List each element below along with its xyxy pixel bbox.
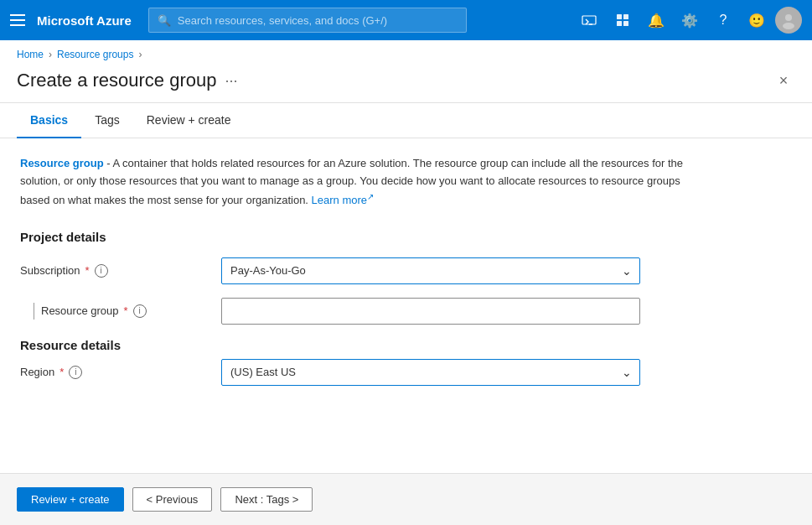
breadcrumb-home[interactable]: Home: [17, 49, 44, 60]
cloud-shell-icon[interactable]: [574, 5, 604, 35]
form-area: Resource group - A container that holds …: [0, 138, 812, 473]
help-icon[interactable]: ?: [708, 5, 738, 35]
description-highlight: Resource group: [20, 157, 104, 169]
region-row: Region * i (US) East US (US) East US 2 (…: [20, 359, 792, 386]
search-icon: 🔍: [158, 14, 171, 27]
svg-point-7: [783, 23, 794, 29]
resource-group-info-icon[interactable]: i: [133, 304, 147, 318]
region-select-wrapper: (US) East US (US) East US 2 (US) West US…: [221, 359, 640, 386]
svg-rect-4: [617, 21, 622, 26]
bottom-bar: Review + create < Previous Next : Tags >: [0, 473, 812, 525]
more-options-button[interactable]: ···: [225, 72, 237, 90]
settings-icon[interactable]: ⚙️: [675, 5, 705, 35]
breadcrumb-resource-groups[interactable]: Resource groups: [57, 49, 133, 60]
svg-rect-3: [623, 14, 628, 19]
region-required: *: [59, 366, 64, 378]
breadcrumb-sep1: ›: [49, 49, 52, 60]
avatar[interactable]: [775, 7, 802, 34]
project-details-title: Project details: [20, 230, 792, 244]
tabs: Basics Tags Review + create: [0, 103, 812, 138]
svg-point-6: [785, 14, 792, 21]
review-create-button[interactable]: Review + create: [17, 487, 124, 512]
svg-rect-2: [617, 14, 622, 19]
topnav: Microsoft Azure 🔍 🔔 ⚙️ ? 🙂: [0, 0, 812, 40]
feedback-icon[interactable]: 🙂: [742, 5, 772, 35]
resource-details-title: Resource details: [20, 338, 792, 352]
search-input[interactable]: [178, 14, 458, 27]
region-field-wrap: (US) East US (US) East US 2 (US) West US…: [221, 359, 640, 386]
subscription-info-icon[interactable]: i: [95, 264, 108, 278]
notification-icon[interactable]: 🔔: [641, 5, 671, 35]
resource-group-required: *: [124, 304, 128, 317]
tab-basics[interactable]: Basics: [17, 103, 81, 138]
previous-button[interactable]: < Previous: [132, 487, 213, 512]
subscription-select[interactable]: Pay-As-You-Go Free Trial Enterprise Agre…: [221, 257, 640, 284]
resource-group-row: Resource group * i: [20, 298, 792, 325]
breadcrumb-sep2: ›: [138, 49, 142, 60]
svg-rect-5: [623, 21, 628, 26]
rg-indent-line: [34, 303, 34, 320]
subscription-row: Subscription * i Pay-As-You-Go Free Tria…: [20, 257, 792, 284]
topnav-icons: 🔔 ⚙️ ? 🙂: [574, 5, 802, 35]
region-select[interactable]: (US) East US (US) East US 2 (US) West US…: [221, 359, 640, 386]
close-button[interactable]: ×: [772, 69, 795, 92]
resource-group-label: Resource group * i: [41, 304, 147, 318]
tab-review-create[interactable]: Review + create: [133, 103, 245, 138]
resource-group-input[interactable]: [221, 298, 640, 325]
subscription-select-wrapper: Pay-As-You-Go Free Trial Enterprise Agre…: [221, 257, 640, 284]
main-content: Home › Resource groups › Create a resour…: [0, 40, 812, 525]
subscription-field-wrap: Pay-As-You-Go Free Trial Enterprise Agre…: [221, 257, 640, 284]
subscription-required: *: [85, 264, 90, 277]
svg-rect-0: [582, 16, 596, 24]
learn-more-link[interactable]: Learn more↗: [312, 194, 374, 206]
hamburger-menu[interactable]: [10, 12, 27, 29]
region-label: Region * i: [20, 366, 221, 379]
portal-icon[interactable]: [608, 5, 638, 35]
subscription-label: Subscription * i: [20, 264, 221, 278]
resource-group-field-wrap: [221, 298, 640, 325]
next-button[interactable]: Next : Tags >: [220, 487, 313, 512]
app-logo: Microsoft Azure: [37, 13, 132, 28]
external-link-icon: ↗: [367, 192, 374, 201]
description-text: Resource group - A container that holds …: [20, 155, 707, 210]
tab-tags[interactable]: Tags: [81, 103, 133, 138]
page-title: Create a resource group: [17, 70, 216, 91]
page-header: Create a resource group ··· ×: [0, 65, 812, 103]
breadcrumb: Home › Resource groups ›: [0, 40, 812, 65]
search-bar[interactable]: 🔍: [148, 8, 467, 33]
region-info-icon[interactable]: i: [69, 366, 82, 379]
